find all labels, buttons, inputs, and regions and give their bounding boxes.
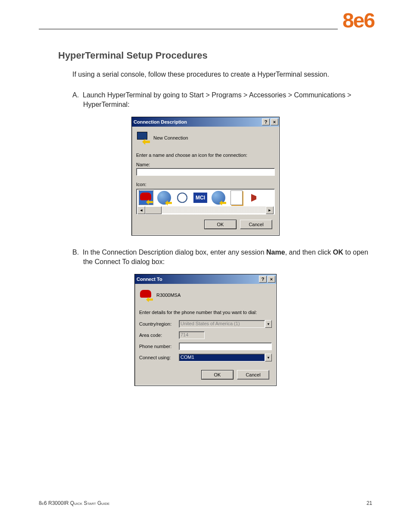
close-icon[interactable]: × bbox=[271, 118, 278, 125]
chevron-down-icon: ▼ bbox=[265, 320, 272, 328]
scroll-right-icon[interactable]: ► bbox=[266, 206, 274, 214]
section-title: HyperTerminal Setup Procedures bbox=[58, 50, 372, 61]
scroll-thumb[interactable] bbox=[145, 206, 162, 214]
name-field-label: Name: bbox=[136, 162, 275, 167]
dialog1-title: Connection Description bbox=[134, 119, 261, 124]
dialog2-title: Connect To bbox=[137, 277, 258, 282]
step-b-prefix: In the Connection Description dialog box… bbox=[83, 249, 266, 256]
country-label: Country/region: bbox=[139, 321, 176, 327]
connection-description-dialog: Connection Description ? × New Connectio… bbox=[131, 117, 280, 236]
dialog2-instruction: Enter details for the phone number that … bbox=[139, 310, 272, 315]
step-a-text: Launch HyperTerminal by going to Start >… bbox=[83, 91, 351, 108]
phone-number-input[interactable] bbox=[179, 342, 272, 350]
cancel-button[interactable]: Cancel bbox=[237, 370, 269, 380]
area-code-input: 714 bbox=[179, 331, 205, 339]
chevron-down-icon[interactable]: ▼ bbox=[265, 354, 272, 361]
step-b: B. In the Connection Description dialog … bbox=[72, 248, 372, 266]
scroll-left-icon[interactable]: ◄ bbox=[137, 206, 145, 214]
step-b-bold2: OK bbox=[333, 249, 343, 256]
connect-using-select[interactable]: COM1 bbox=[179, 354, 265, 361]
step-b-marker: B. bbox=[72, 249, 79, 256]
icon-option-globe[interactable] bbox=[157, 191, 171, 205]
icon-option-atom[interactable] bbox=[175, 191, 189, 205]
intro-text: If using a serial console, follow these … bbox=[72, 71, 372, 78]
step-a: A. Launch HyperTerminal by going to Star… bbox=[72, 90, 372, 109]
page-footer: 8e6 R3000IR Quick Start Guide 21 bbox=[39, 500, 372, 506]
icon-scrollbar[interactable]: ◄ ► bbox=[137, 206, 274, 213]
connection-name-label: New Connection bbox=[153, 135, 188, 140]
dialog1-instruction: Enter a name and choose an icon for the … bbox=[136, 152, 275, 158]
icon-field-label: Icon: bbox=[136, 182, 275, 187]
close-icon[interactable]: × bbox=[268, 276, 275, 283]
ok-button[interactable]: OK bbox=[204, 220, 237, 229]
country-select: United States of America (1) bbox=[179, 320, 265, 328]
icon-option-phone[interactable] bbox=[139, 191, 153, 205]
connection-icon bbox=[136, 131, 150, 145]
icon-option-doc[interactable] bbox=[230, 191, 243, 205]
phone-number-label: Phone number: bbox=[139, 344, 176, 349]
dialog2-titlebar[interactable]: Connect To ? × bbox=[135, 274, 276, 284]
dialog2-connection-name: R3000MSA bbox=[156, 292, 181, 298]
connect-using-label: Connect using: bbox=[139, 355, 176, 360]
dialog1-titlebar[interactable]: Connection Description ? × bbox=[132, 117, 279, 127]
area-code-label: Area code: bbox=[139, 333, 176, 338]
brand-logo: 8e6 bbox=[342, 9, 374, 32]
step-a-marker: A. bbox=[72, 91, 79, 99]
footer-left: 8e6 R3000IR Quick Start Guide bbox=[39, 500, 109, 506]
icon-option-mci[interactable]: MCI bbox=[193, 191, 207, 205]
cancel-button[interactable]: Cancel bbox=[240, 220, 272, 229]
page-number: 21 bbox=[367, 500, 372, 506]
step-b-mid: , and then click bbox=[285, 249, 333, 256]
icon-option-globe2[interactable] bbox=[212, 191, 225, 205]
icon-option-flag[interactable] bbox=[248, 191, 262, 205]
phone-icon bbox=[139, 288, 153, 302]
help-icon[interactable]: ? bbox=[259, 276, 267, 283]
help-icon[interactable]: ? bbox=[262, 118, 270, 125]
name-input[interactable] bbox=[136, 168, 275, 176]
connect-to-dialog: Connect To ? × R3000MSA Enter details fo… bbox=[134, 274, 277, 386]
icon-picker[interactable]: MCI ◄ ► bbox=[136, 189, 275, 215]
ok-button[interactable]: OK bbox=[201, 370, 234, 380]
scroll-track[interactable] bbox=[162, 206, 266, 213]
step-b-bold1: Name bbox=[266, 249, 285, 256]
header-rule bbox=[39, 29, 338, 29]
